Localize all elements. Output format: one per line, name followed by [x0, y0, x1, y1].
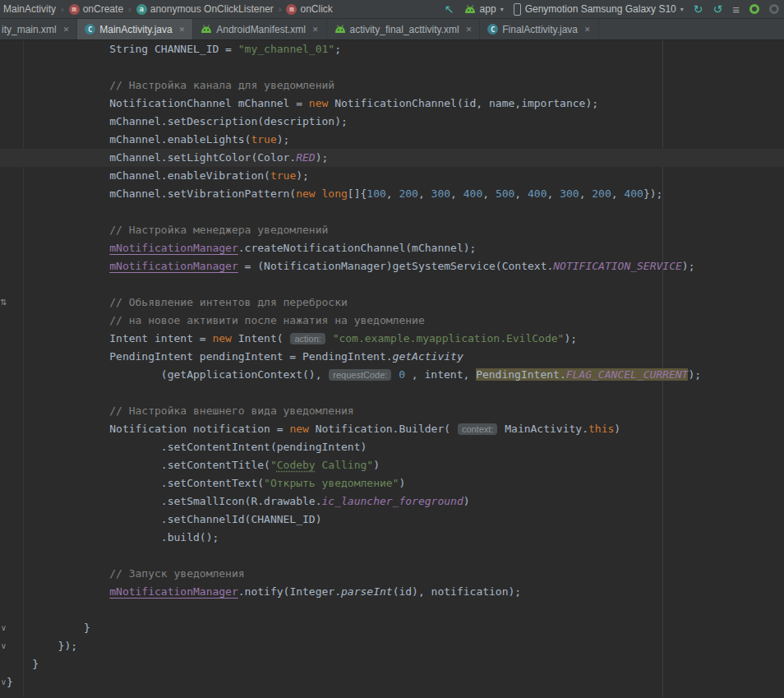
code-line[interactable]	[0, 547, 784, 565]
code-line[interactable]: .setChannelId(CHANNEL_ID)	[0, 511, 784, 529]
breadcrumb-label: onClick	[300, 3, 332, 15]
code-line[interactable]: mNotificationManager.createNotificationC…	[0, 239, 784, 257]
code-token: "	[270, 459, 277, 471]
code-token: .setContentIntent(pendingIntent)	[7, 441, 367, 453]
code-line[interactable]: .setContentTitle("Codeby Calling")	[0, 456, 784, 474]
code-line[interactable]	[0, 275, 784, 294]
code-token: action:	[290, 333, 325, 344]
breadcrumb-label: MainActivity	[3, 3, 56, 15]
fold-marker-icon[interactable]: ∨	[0, 637, 7, 655]
fold-marker-icon[interactable]: ⇅	[0, 294, 7, 312]
code-token: 200	[399, 187, 417, 200]
rotate-icon[interactable]: ↺	[713, 3, 723, 15]
code-token: mNotificationManager	[109, 242, 238, 254]
android-icon	[464, 5, 476, 14]
code-line[interactable]: NotificationChannel mChannel = new Notif…	[0, 95, 784, 113]
code-line[interactable]: String CHANNEL_ID = "my_channel_01";	[0, 40, 784, 58]
code-token: .setContentTitle(	[7, 459, 270, 471]
code-line[interactable]: ∨ });	[0, 637, 784, 655]
code-line[interactable]: .build();	[0, 529, 784, 547]
code-line[interactable]	[0, 384, 784, 402]
tab-mainactivity-java[interactable]: CMainActivity.java✕	[77, 19, 193, 39]
tab-activity-final-acttivity-xml[interactable]: activity_final_acttivity.xml✕	[327, 19, 481, 39]
class-icon: C	[85, 24, 95, 35]
tab-label: ity_main.xml	[2, 24, 57, 35]
breadcrumb-item-onclick[interactable]: monClick	[284, 3, 334, 15]
code-line[interactable]: mNotificationManager = (NotificationMana…	[0, 257, 784, 275]
breadcrumb-item-anonymous-onclicklistener[interactable]: aanonymous OnClickListener	[135, 3, 275, 15]
code-token: 400	[528, 187, 546, 200]
code-token	[7, 260, 109, 272]
breadcrumb-item-oncreate[interactable]: monCreate	[67, 3, 125, 15]
code-line[interactable]: .setSmallIcon(R.drawable.ic_launcher_for…	[0, 492, 784, 511]
code-line[interactable]	[0, 203, 784, 221]
code-line[interactable]: mChannel.enableVibration(true);	[0, 167, 784, 185]
tab-label: AndroidManifest.xml	[216, 24, 306, 35]
fold-marker-icon[interactable]: ∨	[0, 619, 7, 637]
tab-androidmanifest-xml[interactable]: AndroidManifest.xml✕	[193, 19, 326, 39]
code-line[interactable]: ⇅ // Обьявление интентов для переброски	[0, 294, 784, 312]
code-line[interactable]	[0, 58, 784, 76]
code-line[interactable]: mNotificationManager.notify(Integer.pars…	[0, 583, 784, 601]
code-line[interactable]: ∨ }	[0, 619, 784, 637]
toolbar: ↖ app ▾ Genymotion Samsung Galaxy S10 ▾ …	[445, 3, 779, 16]
close-icon[interactable]: ✕	[466, 25, 473, 34]
code-token: MainActivity.	[498, 423, 588, 435]
code-area[interactable]: String CHANNEL_ID = "my_channel_01"; // …	[0, 40, 784, 691]
code-line[interactable]: Notification notification = new Notifica…	[0, 420, 784, 438]
code-token: PendingIntent pendingIntent = PendingInt…	[7, 350, 393, 363]
close-icon[interactable]: ✕	[584, 25, 591, 34]
settings-gray-icon[interactable]	[769, 4, 779, 14]
code-token: []{	[348, 187, 367, 200]
list-icon[interactable]: ≡	[732, 3, 740, 16]
code-token: ,	[547, 187, 560, 200]
tab-ity-main-xml[interactable]: ity_main.xml✕	[0, 19, 77, 39]
code-token: // Запуск уведомления	[7, 567, 245, 580]
code-token: new	[289, 423, 308, 435]
code-line[interactable]: .setContentIntent(pendingIntent)	[0, 438, 784, 456]
run-config-selector[interactable]: app ▾	[464, 3, 504, 15]
settings-green-icon[interactable]	[749, 4, 759, 14]
code-token: getActivity	[393, 350, 463, 363]
tab-finalacttivity-java[interactable]: CFinalActtivity.java✕	[480, 19, 598, 39]
fold-marker-icon[interactable]: ∨	[0, 673, 7, 691]
code-line[interactable]: // Настройка менеджера уведомлений	[0, 221, 784, 239]
code-line[interactable]: mChannel.setLightColor(Color.RED);	[0, 149, 784, 167]
code-line[interactable]: Intent intent = new Intent( action: "com…	[0, 330, 784, 348]
code-token: true	[251, 133, 276, 146]
code-line[interactable]: }	[0, 655, 784, 673]
code-line[interactable]: mChannel.enableLights(true);	[0, 131, 784, 149]
code-token: mChannel.setLightColor(Color.	[7, 151, 296, 164]
code-token: ,	[514, 187, 528, 200]
code-token: 200	[592, 187, 611, 200]
code-line[interactable]: PendingIntent pendingIntent = PendingInt…	[0, 348, 784, 366]
device-selector[interactable]: Genymotion Samsung Galaxy S10 ▾	[514, 3, 684, 16]
code-token: .setContentText(	[7, 477, 264, 489]
code-line[interactable]: mChannel.setDescription(description);	[0, 113, 784, 131]
code-line[interactable]: // Запуск уведомления	[0, 565, 784, 583]
code-token: mChannel.setVibrationPattern(	[7, 187, 296, 200]
code-token: NotificationChannel(id, name,importance)…	[328, 97, 598, 109]
tab-label: activity_final_acttivity.xml	[350, 24, 459, 35]
code-line[interactable]: mChannel.setVibrationPattern(new long[]{…	[0, 185, 784, 203]
code-line[interactable]: // Настройка канала для уведомлений	[0, 76, 784, 95]
code-line[interactable]: // на новое активити после нажатия на ув…	[0, 312, 784, 330]
sync-icon[interactable]: ↻	[694, 3, 703, 15]
close-icon[interactable]: ✕	[179, 25, 186, 34]
code-line[interactable]: .setContentText("Открыть уведомление")	[0, 474, 784, 492]
code-token: Intent(	[232, 332, 289, 344]
code-token	[326, 332, 333, 344]
close-icon[interactable]: ✕	[312, 25, 319, 34]
code-token: true	[270, 169, 296, 182]
code-token: .createNotificationChannel(mChannel);	[238, 242, 477, 254]
pointer-icon[interactable]: ↖	[445, 3, 454, 15]
close-icon[interactable]: ✕	[63, 25, 70, 34]
code-line[interactable]: (getApplicationContext(), requestCode: 0…	[0, 366, 784, 384]
code-line[interactable]	[0, 601, 784, 619]
code-token: }	[7, 676, 13, 688]
code-line[interactable]: ∨}	[0, 673, 784, 691]
code-token: mChannel.enableVibration(	[7, 169, 270, 182]
code-line[interactable]: // Настройка внешнего вида уведомления	[0, 402, 784, 420]
breadcrumb-item-mainactivity[interactable]: MainActivity	[2, 3, 58, 15]
editor[interactable]: String CHANNEL_ID = "my_channel_01"; // …	[0, 40, 784, 697]
